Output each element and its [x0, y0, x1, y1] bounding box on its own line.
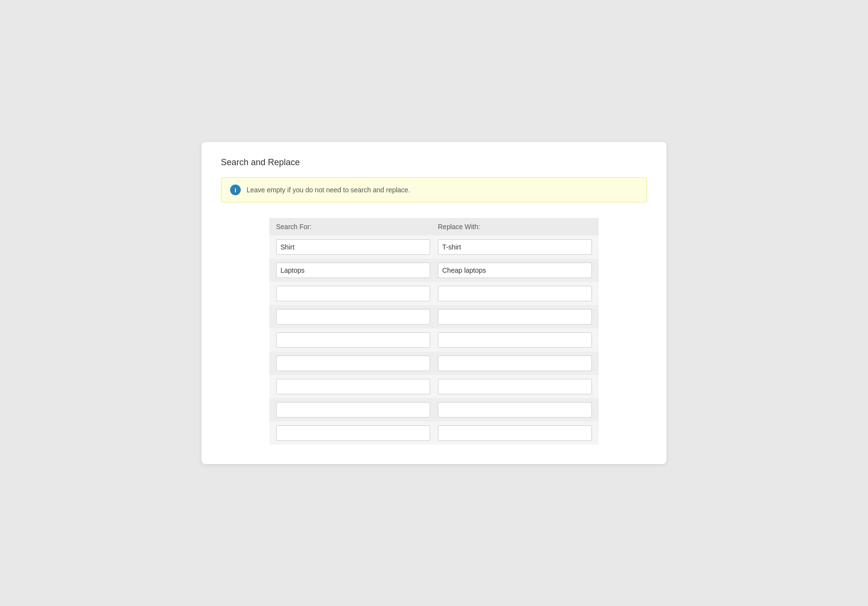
replace-input-3[interactable] — [438, 286, 592, 301]
table-body — [269, 235, 599, 445]
info-banner: i Leave empty if you do not need to sear… — [221, 177, 647, 202]
table-header: Search For: Replace With: — [269, 218, 599, 235]
main-card: Search and Replace i Leave empty if you … — [202, 142, 666, 464]
replace-input-2[interactable] — [438, 263, 592, 278]
search-input-6[interactable] — [276, 356, 430, 371]
replace-input-1[interactable] — [438, 239, 592, 255]
search-input-4[interactable] — [276, 309, 430, 325]
replace-input-5[interactable] — [438, 332, 592, 348]
info-banner-text: Leave empty if you do not need to search… — [247, 186, 410, 194]
replace-input-4[interactable] — [438, 309, 592, 325]
replace-input-8[interactable] — [438, 402, 592, 418]
page-title: Search and Replace — [221, 157, 647, 168]
replace-input-6[interactable] — [438, 356, 592, 371]
table-row — [269, 259, 599, 282]
search-input-5[interactable] — [276, 332, 430, 348]
table-row — [269, 352, 599, 375]
table-row — [269, 421, 599, 445]
table-row — [269, 328, 599, 352]
search-input-9[interactable] — [276, 425, 430, 441]
table-row — [269, 235, 599, 259]
search-input-2[interactable] — [276, 263, 430, 278]
table-row — [269, 375, 599, 398]
search-input-7[interactable] — [276, 379, 430, 394]
info-icon: i — [230, 185, 241, 195]
search-input-1[interactable] — [276, 239, 430, 255]
replace-input-7[interactable] — [438, 379, 592, 394]
table-row — [269, 282, 599, 305]
replace-input-9[interactable] — [438, 425, 592, 441]
table-row — [269, 305, 599, 328]
table-row — [269, 398, 599, 421]
search-input-8[interactable] — [276, 402, 430, 418]
header-replace-with: Replace With: — [438, 223, 592, 231]
search-replace-table: Search For: Replace With: — [269, 218, 599, 445]
search-input-3[interactable] — [276, 286, 430, 301]
header-search-for: Search For: — [276, 223, 430, 231]
